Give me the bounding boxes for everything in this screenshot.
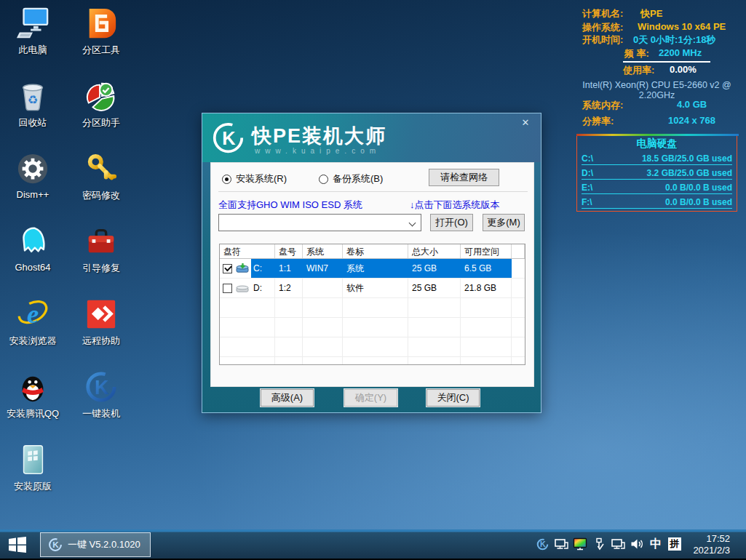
svg-text:K: K	[222, 128, 236, 148]
desktop-icon-partition-tool[interactable]: 分区工具	[68, 6, 134, 57]
desktop-icon-password[interactable]: 密码修改	[68, 151, 134, 202]
drive-usage: 0.0 B/0.0 B used	[665, 197, 732, 208]
desktop-icon-label: 安装浏览器	[0, 335, 66, 348]
table-empty-row	[220, 298, 525, 318]
installer-dialog: K 快PE装机大师 www.kuaipe.com ✕ 安装系统(R) 备份系统(…	[202, 113, 541, 413]
gear-icon	[15, 151, 50, 186]
drive-usage-row: F:\ 0.0 B/0.0 B used	[582, 194, 732, 209]
desktop-icon-remote-assist[interactable]: 远程协助	[68, 297, 134, 348]
volume-cell: 软件	[343, 279, 408, 297]
clock-date: 2021/2/3	[693, 545, 730, 556]
system-cell: WIN7	[303, 259, 343, 278]
taskbar-app-kuaipe[interactable]: K 一键 V5.2.0.1020	[40, 532, 151, 557]
usb-eject-icon[interactable]	[592, 537, 606, 551]
checkbox-checked[interactable]	[223, 264, 232, 273]
uptime-value: 0天 0小时:1分:18秒	[633, 33, 715, 47]
gradient-strip	[576, 134, 739, 136]
close-button[interactable]: 关闭(C)	[426, 389, 480, 407]
desktop-icon-label: 密码修改	[68, 189, 134, 202]
desktop-icon-recycle-bin[interactable]: ♻ 回收站	[0, 79, 66, 129]
table-empty-row	[220, 318, 525, 337]
radio-backup-system[interactable]: 备份系统(B)	[319, 172, 383, 185]
resolution-label: 分辨率:	[582, 116, 614, 127]
computer-icon	[15, 6, 50, 41]
disk-index-cell: 1:2	[275, 279, 303, 297]
taskbar: K 一键 V5.2.0.1020 K	[0, 529, 746, 560]
kuaipe-icon: K	[84, 369, 119, 404]
taskbar-clock[interactable]: 17:52 2021/2/3	[693, 533, 730, 556]
drive-name: D:\	[582, 168, 593, 179]
desktop-icon-one-key-install[interactable]: K 一键装机	[68, 369, 134, 420]
free-space-cell: 6.5 GB	[461, 259, 512, 278]
svg-text:K: K	[540, 540, 546, 548]
header-volume: 卷标	[343, 244, 408, 258]
radio-install-system[interactable]: 安装系统(R)	[222, 172, 287, 185]
system-image-combobox[interactable]	[218, 214, 421, 231]
desktop-icon-label: 此电脑	[0, 44, 66, 57]
partition-table: 盘符 盘号 系统 卷标 总大小 可用空间	[219, 244, 525, 365]
free-space-cell: 21.8 GB	[461, 279, 512, 297]
computer-name-label: 计算机名:	[582, 8, 623, 19]
desktop-icon-install-original[interactable]: 安装原版	[0, 442, 66, 493]
dialog-body: 安装系统(R) 备份系统(B) 请检查网络 全面支持GHO WIM ISO ES…	[202, 162, 541, 412]
desktop-icon-label: 一键装机	[68, 407, 134, 420]
resolution-value: 1024 x 768	[668, 115, 715, 126]
network-icon[interactable]	[554, 537, 568, 551]
table-empty-row	[220, 357, 525, 365]
desktop-icon-browser[interactable]: e 安装浏览器	[0, 297, 66, 348]
disk-index-cell: 1:1	[275, 259, 303, 278]
display-color-icon[interactable]	[573, 537, 587, 551]
uptime-label: 开机时间:	[582, 34, 623, 45]
frequency-value: 2200 MHz	[659, 47, 702, 58]
desktop-icon-label: 分区助手	[68, 116, 134, 129]
drive-usage-row: E:\ 0.0 B/0.0 B used	[582, 180, 732, 194]
table-row-d[interactable]: D: 1:2 软件 25 GB 21.8 GB	[220, 279, 525, 298]
kuaipe-status-icon[interactable]: K	[535, 537, 549, 551]
table-row-c-selected[interactable]: C: 1:1 WIN7 系统 25 GB 6.5 GB	[220, 259, 525, 279]
check-network-button[interactable]: 请检查网络	[429, 169, 499, 186]
more-button[interactable]: 更多(M)	[483, 214, 525, 231]
dialog-title: 快PE装机大师	[252, 123, 386, 149]
drive-name: C:\	[582, 153, 593, 164]
drive-usage-row: D:\ 3.2 GB/25.0 GB used	[582, 165, 732, 180]
ghost-icon	[15, 224, 50, 259]
desktop-icon-boot-repair[interactable]: 引导修复	[68, 224, 134, 275]
frequency-label: 频 率:	[624, 48, 649, 59]
table-empty-row	[220, 337, 525, 357]
dialog-header: K 快PE装机大师 www.kuaipe.com ✕	[202, 113, 541, 162]
desktop-icon-dism[interactable]: Dism++	[0, 151, 66, 200]
checkbox-unchecked[interactable]	[223, 284, 232, 293]
memory-label: 系统内存:	[582, 100, 623, 111]
cpu-info: Intel(R) Xeon(R) CPU E5-2660 v2 @ 2.20GH…	[571, 80, 742, 100]
close-icon[interactable]: ✕	[517, 116, 533, 129]
radio-backup-label: 备份系统(B)	[333, 172, 383, 185]
desktop-icon-label: 安装原版	[0, 480, 66, 493]
network2-icon[interactable]	[611, 537, 625, 551]
taskbar-app-label: 一键 V5.2.0.1020	[68, 538, 140, 551]
header-total-size: 总大小	[408, 244, 461, 258]
ime-language-indicator[interactable]: 中	[648, 537, 663, 551]
hard-disk-panel: 电脑硬盘 C:\ 18.5 GB/25.0 GB used D:\ 3.2 GB…	[576, 135, 737, 212]
pick-version-link[interactable]: ↓点击下面选系统版本	[410, 199, 500, 212]
remote-assist-icon	[84, 297, 119, 332]
desktop-icon-ghost64[interactable]: Ghost64	[0, 224, 66, 273]
drive-usage: 3.2 GB/25.0 GB used	[647, 168, 732, 179]
desktop-icon-install-qq[interactable]: 安装腾讯QQ	[0, 369, 66, 420]
desktop-icon-partition-assistant[interactable]: 分区助手	[68, 79, 134, 129]
divider	[623, 61, 710, 63]
start-button[interactable]	[9, 537, 28, 553]
svg-text:K: K	[95, 377, 109, 399]
windows-setup-icon	[15, 442, 50, 477]
desktop-icon-label: 引导修复	[68, 262, 134, 275]
radio-dot	[319, 175, 328, 184]
desktop-icon-this-pc[interactable]: 此电脑	[0, 6, 66, 57]
drive-letter: D:	[252, 279, 262, 297]
system-cell	[303, 279, 343, 297]
ime-pinyin-indicator[interactable]: 拼	[667, 537, 682, 551]
volume-icon[interactable]	[630, 537, 644, 551]
header-drive: 盘符	[220, 244, 275, 258]
ok-button[interactable]: 确定(Y)	[344, 389, 397, 407]
advanced-button[interactable]: 高级(A)	[261, 389, 314, 407]
open-button[interactable]: 打开(O)	[430, 214, 473, 231]
desktop-icon-label: Dism++	[0, 189, 66, 200]
